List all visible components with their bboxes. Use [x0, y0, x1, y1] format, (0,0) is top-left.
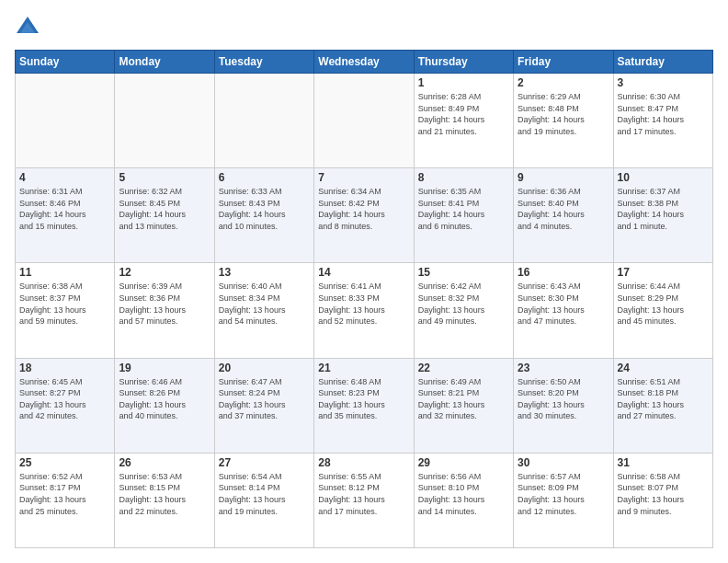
day-number: 29	[418, 456, 509, 469]
calendar-cell: 2Sunrise: 6:29 AM Sunset: 8:48 PM Daylig…	[514, 74, 613, 168]
day-detail: Sunrise: 6:51 AM Sunset: 8:18 PM Dayligh…	[618, 376, 709, 422]
day-number: 17	[618, 266, 709, 279]
day-detail: Sunrise: 6:42 AM Sunset: 8:32 PM Dayligh…	[418, 281, 509, 327]
calendar-cell: 27Sunrise: 6:54 AM Sunset: 8:14 PM Dayli…	[214, 453, 313, 547]
day-detail: Sunrise: 6:49 AM Sunset: 8:21 PM Dayligh…	[418, 376, 509, 422]
calendar-week-row: 4Sunrise: 6:31 AM Sunset: 8:46 PM Daylig…	[16, 168, 713, 263]
calendar-cell: 5Sunrise: 6:32 AM Sunset: 8:45 PM Daylig…	[115, 168, 214, 263]
day-number: 31	[618, 456, 709, 469]
calendar-cell: 31Sunrise: 6:58 AM Sunset: 8:07 PM Dayli…	[613, 453, 712, 547]
calendar-cell: 9Sunrise: 6:36 AM Sunset: 8:40 PM Daylig…	[514, 168, 613, 263]
calendar-cell: 13Sunrise: 6:40 AM Sunset: 8:34 PM Dayli…	[214, 263, 313, 358]
logo	[15, 15, 44, 40]
calendar-header-saturday: Saturday	[613, 51, 712, 74]
calendar-cell: 22Sunrise: 6:49 AM Sunset: 8:21 PM Dayli…	[414, 358, 513, 453]
calendar-cell: 29Sunrise: 6:56 AM Sunset: 8:10 PM Dayli…	[414, 453, 513, 547]
calendar-cell: 28Sunrise: 6:55 AM Sunset: 8:12 PM Dayli…	[314, 453, 414, 547]
calendar-cell: 12Sunrise: 6:39 AM Sunset: 8:36 PM Dayli…	[115, 263, 214, 358]
day-number: 20	[219, 362, 310, 374]
day-detail: Sunrise: 6:37 AM Sunset: 8:38 PM Dayligh…	[618, 186, 709, 232]
day-number: 1	[418, 76, 509, 89]
calendar-cell: 18Sunrise: 6:45 AM Sunset: 8:27 PM Dayli…	[16, 358, 115, 453]
calendar-cell	[214, 74, 313, 168]
day-detail: Sunrise: 6:56 AM Sunset: 8:10 PM Dayligh…	[418, 471, 509, 517]
day-number: 10	[618, 171, 709, 184]
day-detail: Sunrise: 6:31 AM Sunset: 8:46 PM Dayligh…	[19, 186, 110, 232]
day-number: 24	[618, 362, 709, 374]
day-detail: Sunrise: 6:34 AM Sunset: 8:42 PM Dayligh…	[318, 186, 409, 232]
day-number: 16	[518, 266, 609, 279]
day-number: 23	[518, 362, 609, 374]
calendar-cell: 11Sunrise: 6:38 AM Sunset: 8:37 PM Dayli…	[16, 263, 115, 358]
calendar-cell: 14Sunrise: 6:41 AM Sunset: 8:33 PM Dayli…	[314, 263, 414, 358]
calendar-cell: 20Sunrise: 6:47 AM Sunset: 8:24 PM Dayli…	[214, 358, 313, 453]
day-detail: Sunrise: 6:32 AM Sunset: 8:45 PM Dayligh…	[119, 186, 210, 232]
day-number: 13	[219, 266, 310, 279]
day-detail: Sunrise: 6:44 AM Sunset: 8:29 PM Dayligh…	[618, 281, 709, 327]
day-detail: Sunrise: 6:48 AM Sunset: 8:23 PM Dayligh…	[318, 376, 409, 422]
day-number: 26	[119, 456, 210, 469]
calendar-cell: 23Sunrise: 6:50 AM Sunset: 8:20 PM Dayli…	[514, 358, 613, 453]
day-detail: Sunrise: 6:36 AM Sunset: 8:40 PM Dayligh…	[518, 186, 609, 232]
day-number: 22	[418, 362, 509, 374]
day-detail: Sunrise: 6:54 AM Sunset: 8:14 PM Dayligh…	[219, 471, 310, 517]
calendar-cell: 25Sunrise: 6:52 AM Sunset: 8:17 PM Dayli…	[16, 453, 115, 547]
day-detail: Sunrise: 6:38 AM Sunset: 8:37 PM Dayligh…	[19, 281, 110, 327]
logo-icon	[15, 15, 40, 40]
calendar-header-row: SundayMondayTuesdayWednesdayThursdayFrid…	[16, 51, 713, 74]
calendar-cell: 6Sunrise: 6:33 AM Sunset: 8:43 PM Daylig…	[214, 168, 313, 263]
day-detail: Sunrise: 6:57 AM Sunset: 8:09 PM Dayligh…	[518, 471, 609, 517]
calendar-cell: 7Sunrise: 6:34 AM Sunset: 8:42 PM Daylig…	[314, 168, 414, 263]
day-detail: Sunrise: 6:50 AM Sunset: 8:20 PM Dayligh…	[518, 376, 609, 422]
day-number: 2	[518, 76, 609, 89]
calendar-cell: 10Sunrise: 6:37 AM Sunset: 8:38 PM Dayli…	[613, 168, 712, 263]
day-detail: Sunrise: 6:35 AM Sunset: 8:41 PM Dayligh…	[418, 186, 509, 232]
day-detail: Sunrise: 6:46 AM Sunset: 8:26 PM Dayligh…	[119, 376, 210, 422]
day-number: 6	[219, 171, 310, 184]
day-number: 4	[19, 171, 110, 184]
day-number: 8	[418, 171, 509, 184]
calendar-cell: 3Sunrise: 6:30 AM Sunset: 8:47 PM Daylig…	[613, 74, 712, 168]
calendar-cell: 21Sunrise: 6:48 AM Sunset: 8:23 PM Dayli…	[314, 358, 414, 453]
header	[15, 15, 713, 40]
calendar-cell: 4Sunrise: 6:31 AM Sunset: 8:46 PM Daylig…	[16, 168, 115, 263]
day-detail: Sunrise: 6:39 AM Sunset: 8:36 PM Dayligh…	[119, 281, 210, 327]
day-number: 9	[518, 171, 609, 184]
calendar-cell: 17Sunrise: 6:44 AM Sunset: 8:29 PM Dayli…	[613, 263, 712, 358]
calendar-week-row: 25Sunrise: 6:52 AM Sunset: 8:17 PM Dayli…	[16, 453, 713, 547]
calendar-cell: 19Sunrise: 6:46 AM Sunset: 8:26 PM Dayli…	[115, 358, 214, 453]
calendar-week-row: 1Sunrise: 6:28 AM Sunset: 8:49 PM Daylig…	[16, 74, 713, 168]
day-detail: Sunrise: 6:33 AM Sunset: 8:43 PM Dayligh…	[219, 186, 310, 232]
day-number: 14	[318, 266, 409, 279]
calendar-header-thursday: Thursday	[414, 51, 513, 74]
calendar-week-row: 18Sunrise: 6:45 AM Sunset: 8:27 PM Dayli…	[16, 358, 713, 453]
day-detail: Sunrise: 6:55 AM Sunset: 8:12 PM Dayligh…	[318, 471, 409, 517]
page: SundayMondayTuesdayWednesdayThursdayFrid…	[0, 0, 728, 563]
day-detail: Sunrise: 6:43 AM Sunset: 8:30 PM Dayligh…	[518, 281, 609, 327]
day-number: 7	[318, 171, 409, 184]
day-detail: Sunrise: 6:40 AM Sunset: 8:34 PM Dayligh…	[219, 281, 310, 327]
day-number: 21	[318, 362, 409, 374]
day-detail: Sunrise: 6:30 AM Sunset: 8:47 PM Dayligh…	[618, 91, 709, 137]
calendar-header-wednesday: Wednesday	[314, 51, 414, 74]
day-number: 12	[119, 266, 210, 279]
day-number: 18	[19, 362, 110, 374]
calendar-cell: 30Sunrise: 6:57 AM Sunset: 8:09 PM Dayli…	[514, 453, 613, 547]
calendar-table: SundayMondayTuesdayWednesdayThursdayFrid…	[15, 50, 713, 548]
day-number: 11	[19, 266, 110, 279]
day-number: 25	[19, 456, 110, 469]
day-detail: Sunrise: 6:52 AM Sunset: 8:17 PM Dayligh…	[19, 471, 110, 517]
calendar-cell: 16Sunrise: 6:43 AM Sunset: 8:30 PM Dayli…	[514, 263, 613, 358]
day-number: 3	[618, 76, 709, 89]
calendar-cell	[16, 74, 115, 168]
calendar-header-monday: Monday	[115, 51, 214, 74]
day-detail: Sunrise: 6:53 AM Sunset: 8:15 PM Dayligh…	[119, 471, 210, 517]
day-detail: Sunrise: 6:41 AM Sunset: 8:33 PM Dayligh…	[318, 281, 409, 327]
calendar-cell: 24Sunrise: 6:51 AM Sunset: 8:18 PM Dayli…	[613, 358, 712, 453]
calendar-cell: 8Sunrise: 6:35 AM Sunset: 8:41 PM Daylig…	[414, 168, 513, 263]
calendar-cell: 1Sunrise: 6:28 AM Sunset: 8:49 PM Daylig…	[414, 74, 513, 168]
day-number: 5	[119, 171, 210, 184]
calendar-header-friday: Friday	[514, 51, 613, 74]
day-number: 27	[219, 456, 310, 469]
day-number: 19	[119, 362, 210, 374]
